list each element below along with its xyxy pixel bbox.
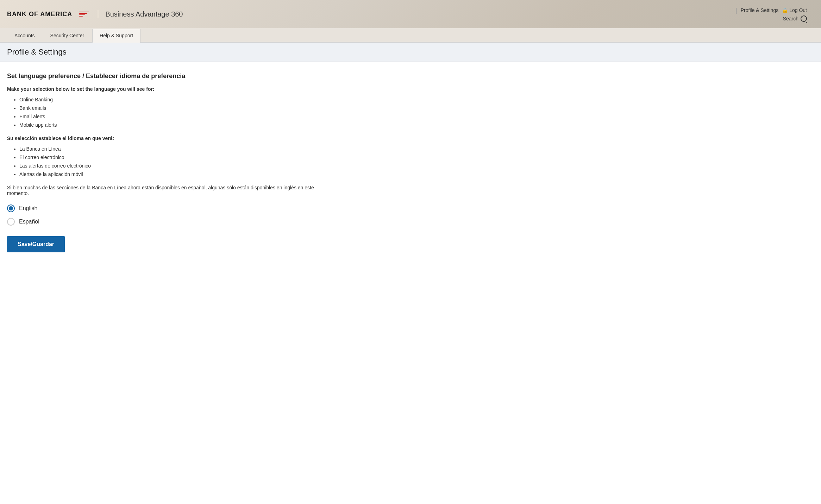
radio-english-label: English	[19, 205, 37, 212]
page-title-bar: Profile & Settings	[0, 43, 821, 62]
tab-security-center[interactable]: Security Center	[43, 29, 92, 42]
list-item: El correo electrónico	[19, 154, 486, 161]
list-item: La Banca en Línea	[19, 145, 486, 152]
radio-espanol-label: Español	[19, 219, 39, 225]
lock-icon: 🔒	[782, 7, 788, 13]
radio-english[interactable]	[7, 204, 15, 212]
logo-area: BANK OF AMERICA	[7, 11, 89, 18]
list-item: Bank emails	[19, 105, 486, 112]
tab-accounts[interactable]: Accounts	[7, 29, 42, 42]
logo-text: BANK OF AMERICA	[7, 11, 72, 18]
header-top-row: | Profile & Settings 🔒 Log Out	[735, 7, 807, 14]
list-item: Mobile app alerts	[19, 121, 486, 128]
search-icon[interactable]	[801, 15, 807, 22]
header-left: BANK OF AMERICA Business Advantage 360	[7, 10, 183, 18]
search-row: Search	[783, 15, 807, 22]
radio-espanol[interactable]	[7, 218, 15, 226]
header: BANK OF AMERICA Business Advantage 360 |…	[0, 0, 821, 28]
section-heading: Set language preference / Establecer idi…	[7, 73, 486, 80]
save-button[interactable]: Save/Guardar	[7, 236, 65, 252]
list-item: Alertas de la aplicación móvil	[19, 171, 486, 178]
description-es: Su selección establece el idioma en que …	[7, 136, 486, 141]
logout-link[interactable]: 🔒 Log Out	[782, 7, 807, 13]
list-item: Email alerts	[19, 113, 486, 120]
list-item: Las alertas de correo electrónico	[19, 162, 486, 169]
profile-settings-link[interactable]: Profile & Settings	[741, 7, 778, 13]
page-title: Profile & Settings	[7, 48, 814, 57]
header-actions: | Profile & Settings 🔒 Log Out Search	[735, 5, 814, 24]
main-content: Set language preference / Establecer idi…	[0, 62, 493, 266]
radio-option-espanol[interactable]: Español	[7, 218, 486, 226]
app-title: Business Advantage 360	[98, 10, 183, 18]
logout-label: Log Out	[789, 7, 807, 13]
nav-tabs: Accounts Security Center Help & Support	[0, 28, 821, 43]
items-en-list: Online Banking Bank emails Email alerts …	[7, 96, 486, 128]
note-text: Si bien muchas de las secciones de la Ba…	[7, 185, 324, 196]
tab-help-support[interactable]: Help & Support	[92, 29, 140, 43]
language-radio-group: English Español	[7, 204, 486, 226]
logo-icon	[78, 12, 89, 17]
list-item: Online Banking	[19, 96, 486, 103]
radio-option-english[interactable]: English	[7, 204, 486, 212]
items-es-list: La Banca en Línea El correo electrónico …	[7, 145, 486, 178]
search-link[interactable]: Search	[783, 16, 798, 21]
divider: |	[735, 7, 737, 14]
description-en: Make your selection below to set the lan…	[7, 86, 486, 92]
